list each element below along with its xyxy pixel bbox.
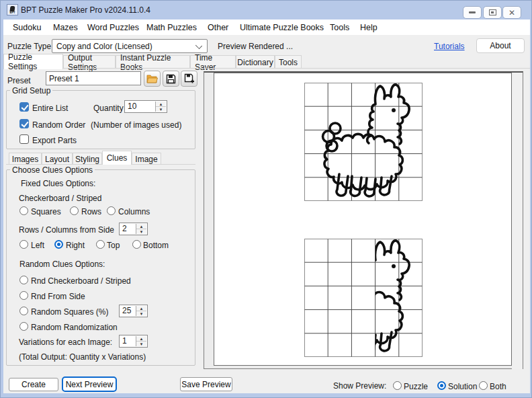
radio-right-label: Right xyxy=(66,241,85,250)
fixed-clues-header: Fixed Clues Options: xyxy=(21,179,95,188)
random-order-label: Random Order xyxy=(32,120,85,130)
close-button[interactable]: ✕ xyxy=(502,6,521,19)
save-as-icon xyxy=(184,73,195,84)
checkerboard-label: Checkerboard / Striped xyxy=(19,194,101,203)
radio-show-both[interactable] xyxy=(479,381,488,390)
radio-show-puzzle[interactable] xyxy=(393,381,402,390)
export-parts-label: Export Parts xyxy=(32,136,77,145)
minimize-button[interactable] xyxy=(463,6,482,19)
radio-top[interactable] xyxy=(96,240,105,249)
menu-tools[interactable]: Tools xyxy=(330,23,349,32)
radio-show-puzzle-label: Puzzle xyxy=(404,382,428,391)
tab-layout[interactable]: Layout xyxy=(42,153,73,165)
create-button[interactable]: Create xyxy=(9,378,58,391)
radio-squares-label: Squares xyxy=(31,207,61,216)
tab-images[interactable]: Images xyxy=(9,153,42,165)
menu-sudoku[interactable]: Sudoku xyxy=(13,23,41,32)
radio-show-solution-label: Solution xyxy=(448,382,477,391)
tab-styling[interactable]: Styling xyxy=(73,153,102,165)
show-preview-label: Show Preview: xyxy=(333,381,386,391)
preview-grid-clue xyxy=(304,239,423,357)
tab-puzzle-settings[interactable]: Puzzle Settings xyxy=(3,54,63,69)
radio-squares[interactable] xyxy=(19,206,28,215)
variations-label: Variations for each Image: xyxy=(19,337,112,347)
radio-rnd-from-side[interactable] xyxy=(19,291,28,300)
grid-setup-title: Grid Setup xyxy=(10,86,52,95)
radio-left-label: Left xyxy=(31,241,44,250)
spinner-up-icon[interactable]: ▲ xyxy=(136,224,146,229)
clues-group-title: Choose Clues Options xyxy=(10,165,95,175)
radio-bottom[interactable] xyxy=(132,240,141,249)
restore-button[interactable] xyxy=(483,6,502,19)
tab-tools[interactable]: Tools xyxy=(275,55,302,69)
radio-right[interactable] xyxy=(54,240,63,249)
title-bar: BPT BPT Puzzle Maker Pro v2024.11.0.4 ✕ xyxy=(1,1,532,19)
radio-rows[interactable] xyxy=(70,206,79,215)
menu-other[interactable]: Other xyxy=(208,23,228,32)
entire-list-checkbox[interactable] xyxy=(19,102,29,112)
export-parts-checkbox[interactable] xyxy=(19,134,29,144)
save-preset-button[interactable] xyxy=(163,71,179,87)
menu-mazes[interactable]: Mazes xyxy=(53,23,78,32)
total-output-note: (Total Output: Quantity x Variations) xyxy=(19,352,146,362)
radio-columns[interactable] xyxy=(107,206,116,215)
random-squares-stepper[interactable]: 25 ▲▼ xyxy=(119,305,148,317)
tab-output-settings[interactable]: Output Settings xyxy=(63,55,116,69)
open-preset-button[interactable] xyxy=(144,71,161,87)
tutorials-link[interactable]: Tutorials xyxy=(434,42,465,51)
radio-bottom-label: Bottom xyxy=(143,241,169,250)
radio-rows-label: Rows xyxy=(81,207,101,216)
next-preview-button[interactable]: Next Preview xyxy=(62,376,117,392)
menu-ultimate-puzzle-books[interactable]: Ultimate Puzzle Books xyxy=(240,23,324,32)
tab-image[interactable]: Image xyxy=(132,153,161,165)
spinner-up-icon[interactable]: ▲ xyxy=(136,306,146,311)
minimize-icon xyxy=(469,11,476,13)
preview-scrollbar-track[interactable] xyxy=(512,73,523,369)
spinner-up-icon[interactable]: ▲ xyxy=(156,102,166,107)
preset-input[interactable] xyxy=(46,71,141,85)
variations-stepper[interactable]: 1 ▲▼ xyxy=(119,335,148,348)
spinner-down-icon[interactable]: ▼ xyxy=(136,342,146,346)
entire-list-label: Entire List xyxy=(32,104,68,113)
radio-random-squares[interactable] xyxy=(19,307,28,315)
save-preset-as-button[interactable] xyxy=(181,71,197,87)
save-icon xyxy=(166,74,176,84)
close-icon: ✕ xyxy=(508,9,515,17)
menu-word-puzzles[interactable]: Word Puzzles xyxy=(87,23,139,32)
window-title: BPT Puzzle Maker Pro v2024.11.0.4 xyxy=(21,5,150,15)
radio-rnd-checkerboard[interactable] xyxy=(19,276,28,284)
radio-random-randomization[interactable] xyxy=(19,322,28,331)
about-button[interactable]: About xyxy=(476,38,525,53)
spinner-down-icon[interactable]: ▼ xyxy=(136,311,146,316)
tab-time-saver[interactable]: Time Saver xyxy=(190,55,236,69)
save-preview-button[interactable]: Save Preview xyxy=(180,377,232,391)
menu-help[interactable]: Help xyxy=(360,23,378,32)
radio-left[interactable] xyxy=(19,240,28,249)
radio-top-label: Top xyxy=(107,241,120,250)
puzzle-type-dropdown[interactable]: Copy and Color (Licensed) xyxy=(52,39,208,53)
radio-show-both-label: Both xyxy=(490,382,506,391)
spinner-down-icon[interactable]: ▼ xyxy=(136,229,146,234)
inner-tab-divider xyxy=(6,164,195,165)
radio-random-randomization-label: Random Randomization xyxy=(31,323,118,332)
spinner-up-icon[interactable]: ▲ xyxy=(136,336,146,342)
radio-show-solution[interactable] xyxy=(437,381,446,390)
radio-rnd-checkerboard-label: Rnd Checkerboard / Striped xyxy=(31,276,131,286)
radio-columns-label: Columns xyxy=(118,207,150,216)
tab-strip-divider xyxy=(3,68,530,69)
tab-instant-puzzle-books[interactable]: Instant Puzzle Books xyxy=(116,55,190,69)
menu-math-puzzles[interactable]: Math Puzzles xyxy=(146,23,197,32)
random-order-checkbox[interactable] xyxy=(19,119,29,128)
puzzle-type-label: Puzzle Type xyxy=(7,42,51,51)
random-clues-header: Random Clues Options: xyxy=(19,260,105,269)
app-window: BPT BPT Puzzle Maker Pro v2024.11.0.4 ✕ … xyxy=(0,0,532,398)
quantity-stepper[interactable]: 10 ▲▼ xyxy=(124,100,167,113)
tab-dictionary[interactable]: Dictionary xyxy=(236,55,275,69)
from-side-stepper[interactable]: 2 ▲▼ xyxy=(119,223,148,235)
restore-icon xyxy=(489,9,496,15)
folder-open-icon xyxy=(146,74,158,83)
spinner-down-icon[interactable]: ▼ xyxy=(156,107,166,112)
quantity-note: (Number of images used) xyxy=(91,120,181,130)
tab-clues[interactable]: Clues xyxy=(102,151,132,165)
quantity-label: Quantity xyxy=(93,104,124,113)
